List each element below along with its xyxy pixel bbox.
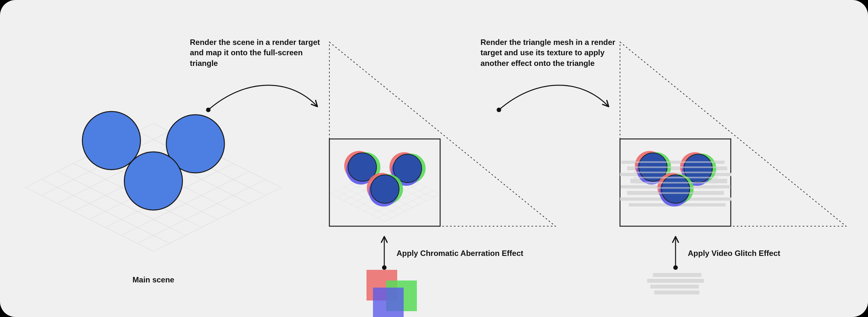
diagram-svg xyxy=(0,0,868,317)
label-arrow2: Render the triangle mesh in a render tar… xyxy=(480,37,629,68)
chromatic-squares-icon xyxy=(367,270,417,317)
label-apply-glitch: Apply Video Glitch Effect xyxy=(688,248,780,259)
svg-rect-48 xyxy=(633,172,717,173)
svg-rect-43 xyxy=(373,288,404,317)
svg-rect-49 xyxy=(633,177,717,178)
arrow-apply-chromatic xyxy=(382,236,386,270)
svg-rect-46 xyxy=(633,161,717,163)
label-main-scene: Main scene xyxy=(112,275,195,285)
diagram-canvas: Main scene Render the scene in a render … xyxy=(0,0,868,317)
label-arrow1: Render the scene in a render target and … xyxy=(190,37,326,68)
panel-triangle-glitch xyxy=(620,42,846,226)
svg-rect-47 xyxy=(633,166,717,168)
svg-rect-50 xyxy=(633,182,717,183)
arrow-scene-to-triangle xyxy=(206,85,317,112)
glitch-bars-icon xyxy=(647,273,704,294)
arrow-triangle-to-triangle xyxy=(497,85,609,112)
svg-rect-52 xyxy=(633,192,717,194)
arrow-apply-glitch xyxy=(673,236,678,270)
svg-rect-51 xyxy=(633,187,717,189)
panel-triangle-chromatic xyxy=(330,42,555,226)
label-apply-chromatic: Apply Chromatic Aberration Effect xyxy=(397,248,523,259)
